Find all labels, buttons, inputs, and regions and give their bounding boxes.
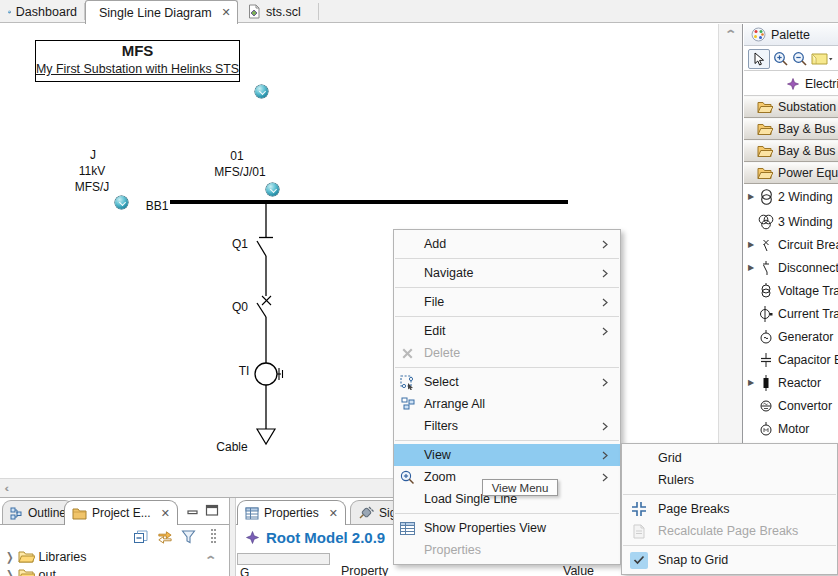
maximize-icon[interactable]: [205, 504, 219, 516]
vertical-scrollbar[interactable]: ⌃: [718, 24, 742, 497]
table-icon: [394, 522, 421, 535]
electrical-connection-icon: [787, 78, 799, 90]
tab-close-icon[interactable]: ✕: [161, 507, 170, 520]
tree-item-label: Libraries: [39, 550, 87, 564]
menu-item[interactable]: Properties: [394, 539, 620, 561]
menu-item[interactable]: Show Properties View: [394, 517, 620, 539]
menu-item[interactable]: View: [394, 444, 620, 466]
select-tool-button[interactable]: [748, 49, 770, 69]
palette-item[interactable]: ▶ Substation Str: [744, 96, 838, 118]
palette-item[interactable]: ▶ Motor: [744, 417, 838, 440]
tab-close-icon[interactable]: ✕: [222, 6, 231, 19]
palette-item[interactable]: ▶ 2 Winding: [744, 185, 838, 208]
menu-item[interactable]: Page Breaks: [622, 498, 837, 520]
recalc-page-breaks-icon: [622, 524, 655, 539]
menu-item[interactable]: Recalculate Page Breaks: [622, 520, 837, 542]
palette-panel: Palette ▶ Electrical C ▶ Substation Str …: [742, 24, 838, 497]
menu-separator: [395, 513, 619, 514]
select-icon: [400, 375, 415, 390]
collapse-all-button[interactable]: [132, 528, 149, 545]
expander-icon[interactable]: ▶: [748, 378, 757, 387]
circuit-breaker-icon: [761, 237, 771, 253]
bay-name-label: 01: [230, 149, 243, 163]
menu-item[interactable]: Add: [394, 233, 620, 255]
menu-item[interactable]: Edit: [394, 320, 620, 342]
palette-item[interactable]: ▶ Circuit Brea: [744, 233, 838, 256]
minimize-icon[interactable]: [186, 504, 200, 516]
substation-description: My First Substation with Helinks STS: [36, 62, 239, 76]
tab-properties[interactable]: Properties ✕: [237, 500, 346, 525]
generator-icon: [757, 329, 775, 345]
palette-item[interactable]: ▶ Reactor: [744, 371, 838, 394]
arrange-icon: [394, 397, 421, 411]
palette-item[interactable]: ▶ Bay & Bus ba: [744, 140, 838, 162]
scroll-left-icon[interactable]: ‹: [4, 482, 9, 494]
note-tool-icon[interactable]: [811, 51, 833, 67]
view-menu-button[interactable]: [204, 528, 221, 545]
palette-item[interactable]: ▶ Current Tra: [744, 302, 838, 325]
zoom-out-tool-icon[interactable]: [792, 51, 808, 67]
palette-item[interactable]: ▶ Convertor: [744, 394, 838, 417]
open-folder-icon: [757, 123, 773, 136]
palette-item[interactable]: ▶ Disconnect: [744, 256, 838, 279]
palette-item[interactable]: ▶ Electrical C: [744, 72, 838, 96]
value-column-header: Value: [563, 564, 594, 576]
badge-icon[interactable]: [255, 85, 268, 98]
badge-icon[interactable]: [266, 183, 279, 196]
palette-item[interactable]: ▶ Generator: [744, 325, 838, 348]
menu-separator: [395, 287, 619, 288]
menu-item[interactable]: Arrange All: [394, 393, 620, 415]
link-with-editor-button[interactable]: [156, 528, 173, 545]
palette-item[interactable]: ▶ Capacitor B: [744, 348, 838, 371]
folder-open-icon: [756, 123, 774, 136]
bay-path-label: MFS/J/01: [214, 165, 265, 179]
page-breaks-icon: [631, 501, 647, 517]
palette-item[interactable]: ▶ Voltage Tra: [744, 279, 838, 302]
scroll-up-icon[interactable]: ⌃: [724, 28, 737, 41]
substation-box[interactable]: MFS My First Substation with Helinks STS: [35, 40, 240, 82]
palette-item[interactable]: ▶ Bay & Bus Ba: [744, 118, 838, 140]
submenu-arrow-icon: [602, 269, 620, 278]
capacitor-icon: [760, 352, 772, 368]
menu-item[interactable]: Grid: [622, 447, 837, 469]
tab-label: Dashboard: [16, 5, 77, 19]
expander-icon[interactable]: ▶: [748, 263, 757, 272]
tab-dashboard[interactable]: Dashboard: [0, 0, 85, 23]
menu-item[interactable]: Delete: [394, 342, 620, 364]
menu-item[interactable]: Navigate: [394, 262, 620, 284]
palette-item[interactable]: ▶ 3 Winding: [744, 210, 838, 233]
expander-icon[interactable]: ❯: [6, 551, 14, 564]
menu-item[interactable]: Select: [394, 371, 620, 393]
menu-item[interactable]: File: [394, 291, 620, 313]
motor-icon: [760, 421, 772, 437]
expander-icon[interactable]: ▶: [748, 192, 757, 201]
tab-sts-scl[interactable]: sts.scl: [239, 0, 319, 23]
tree-item-libraries[interactable]: ❯ Libraries: [6, 550, 86, 564]
tab-single-line-diagram[interactable]: SSD Single Line Diagram ✕: [85, 0, 238, 24]
menu-item[interactable]: Filters: [394, 415, 620, 437]
expander-icon[interactable]: ❯: [6, 569, 14, 576]
submenu-arrow-icon: [602, 451, 620, 460]
tab-project-explorer[interactable]: Project E... ✕: [64, 500, 178, 525]
plug-icon: [358, 506, 374, 520]
badge-icon[interactable]: [115, 196, 128, 209]
menu-item[interactable]: Snap to Grid: [622, 549, 837, 571]
project-explorer-toolbar: [132, 528, 221, 545]
zoom-in-tool-icon[interactable]: [773, 51, 789, 67]
tree-scroll-up-icon[interactable]: ⌃: [204, 554, 217, 567]
filter-button[interactable]: [180, 528, 197, 545]
menu-item[interactable]: Rulers: [622, 469, 837, 491]
tab-label: Single Line Diagram: [99, 6, 212, 20]
voltage-transformer-icon: [760, 283, 772, 299]
tab-label: sts.scl: [266, 5, 301, 19]
tab-close-icon[interactable]: ✕: [329, 507, 338, 520]
expander-icon[interactable]: ▶: [748, 240, 757, 249]
palette-item[interactable]: ▶ Power Equipm: [744, 162, 838, 184]
outline-icon: [10, 507, 23, 520]
tree-item-out[interactable]: ❯ out: [6, 568, 56, 576]
model-diamond-icon: [246, 531, 259, 544]
voltage-label: 11kV: [79, 164, 105, 178]
tooltip: View Menu: [482, 479, 558, 496]
palette-header[interactable]: Palette: [744, 24, 838, 46]
editor-tab-bar: Dashboard SSD Single Line Diagram ✕ sts.…: [0, 0, 838, 23]
